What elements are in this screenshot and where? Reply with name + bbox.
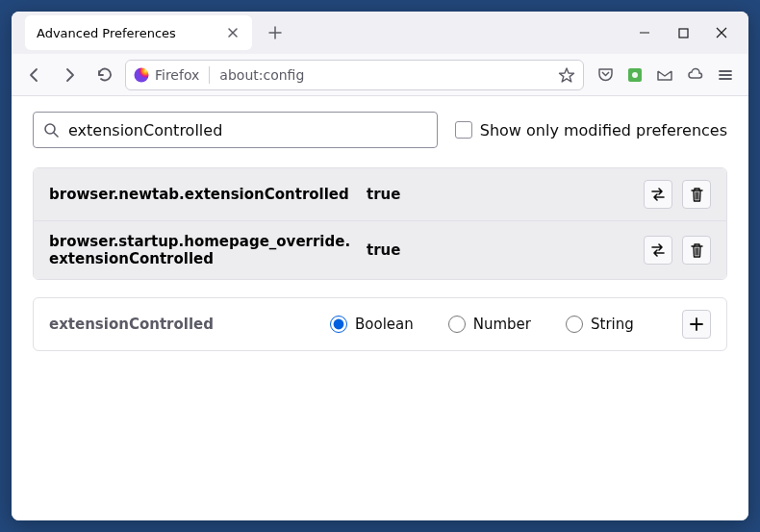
show-modified-checkbox[interactable]: Show only modified preferences — [455, 121, 727, 139]
radio-string[interactable]: String — [566, 316, 634, 333]
pref-actions — [644, 180, 711, 209]
new-pref-name: extensionControlled — [49, 316, 318, 333]
divider — [209, 66, 210, 84]
add-pref-button[interactable] — [682, 310, 711, 339]
svg-rect-0 — [679, 29, 688, 38]
tab-title: Advanced Preferences — [37, 26, 176, 40]
mail-icon[interactable] — [656, 66, 673, 84]
back-button[interactable] — [21, 62, 48, 89]
about-config-content: extensionControlled Show only modified p… — [12, 96, 748, 520]
radio-input[interactable] — [448, 316, 466, 333]
reload-button[interactable] — [90, 62, 117, 89]
pref-value: true — [367, 186, 632, 203]
site-identity[interactable]: Firefox — [134, 67, 199, 83]
radio-boolean[interactable]: Boolean — [330, 316, 414, 333]
search-value: extensionControlled — [68, 121, 222, 139]
pref-value: true — [367, 241, 632, 259]
radio-input[interactable] — [566, 316, 583, 333]
pref-name: browser.startup.homepage_override.extens… — [49, 233, 355, 267]
tab-advanced-preferences[interactable]: Advanced Preferences — [25, 15, 252, 50]
search-row: extensionControlled Show only modified p… — [33, 112, 727, 148]
window-controls — [621, 27, 745, 38]
radio-input[interactable] — [330, 316, 347, 333]
titlebar: Advanced Preferences — [12, 12, 748, 54]
checkbox-icon — [455, 121, 472, 139]
toolbar-right — [592, 66, 739, 84]
extension-icon[interactable] — [627, 67, 643, 83]
url-text: about:config — [219, 67, 304, 83]
search-icon — [43, 122, 59, 138]
pref-list: browser.newtab.extensionControlled true … — [33, 167, 727, 280]
bookmark-star-icon[interactable] — [558, 66, 575, 84]
identity-label: Firefox — [155, 67, 199, 83]
maximize-icon[interactable] — [677, 27, 689, 38]
new-pref-row: extensionControlled Boolean Number Strin… — [33, 297, 727, 351]
close-window-icon[interactable] — [716, 27, 727, 38]
delete-button[interactable] — [682, 180, 711, 209]
toggle-button[interactable] — [644, 236, 672, 265]
cloud-icon[interactable] — [687, 66, 704, 84]
svg-point-3 — [632, 72, 638, 78]
radio-number[interactable]: Number — [448, 316, 531, 333]
search-input[interactable]: extensionControlled — [33, 112, 438, 148]
checkbox-label: Show only modified preferences — [480, 121, 727, 139]
delete-button[interactable] — [682, 236, 711, 265]
app-menu-icon[interactable] — [718, 67, 733, 83]
close-tab-icon[interactable] — [225, 25, 241, 40]
svg-point-1 — [135, 67, 149, 82]
type-radio-group: Boolean Number String — [330, 316, 671, 333]
url-actions — [558, 66, 575, 84]
radio-label: Number — [473, 316, 531, 333]
toggle-button[interactable] — [644, 180, 672, 209]
pref-row[interactable]: browser.newtab.extensionControlled true — [34, 168, 726, 220]
pref-actions — [644, 236, 711, 265]
browser-window: Advanced Preferences Firefox about:confi… — [12, 12, 748, 520]
new-tab-button[interactable] — [262, 19, 289, 46]
forward-button[interactable] — [56, 62, 83, 89]
firefox-logo-icon — [134, 67, 149, 83]
pocket-icon[interactable] — [597, 66, 614, 83]
radio-label: Boolean — [355, 316, 414, 333]
radio-label: String — [591, 316, 634, 333]
pref-row[interactable]: browser.startup.homepage_override.extens… — [34, 220, 726, 279]
url-bar[interactable]: Firefox about:config — [125, 60, 584, 90]
minimize-icon[interactable] — [639, 27, 650, 38]
pref-name: browser.newtab.extensionControlled — [49, 186, 355, 203]
nav-toolbar: Firefox about:config — [12, 54, 748, 96]
